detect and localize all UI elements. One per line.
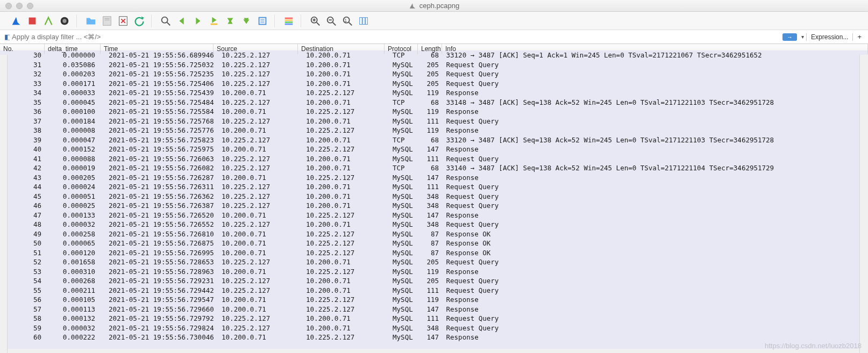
packet-row[interactable]: 490.000258 2021-05-21 19:55:56.726810 10… — [0, 229, 868, 239]
packet-row[interactable]: 390.000047 2021-05-21 19:55:56.725823 10… — [0, 135, 868, 145]
go-to-first-button[interactable] — [224, 15, 237, 27]
packet-row[interactable]: 510.000120 2021-05-21 19:55:56.726995 10… — [0, 248, 868, 258]
watermark: https://blog.csdn.net/luozb2018 — [765, 342, 862, 350]
expression-button[interactable]: Expression... — [806, 33, 853, 41]
packet-row[interactable]: 530.000310 2021-05-21 19:55:56.728963 10… — [0, 267, 868, 277]
packet-row[interactable]: 500.000065 2021-05-21 19:55:56.726875 10… — [0, 239, 868, 248]
stop-capture-button[interactable] — [26, 15, 39, 27]
svg-line-26 — [349, 22, 352, 25]
svg-rect-28 — [360, 17, 362, 24]
open-file-button[interactable] — [84, 15, 97, 27]
packet-row[interactable]: 300.000000 2021-05-21 19:55:56.689946 10… — [0, 51, 868, 60]
add-filter-button[interactable]: + — [853, 33, 866, 41]
packet-row[interactable]: 480.000032 2021-05-21 19:55:56.726552 10… — [0, 220, 868, 229]
svg-rect-0 — [29, 17, 36, 24]
packet-row[interactable]: 370.000184 2021-05-21 19:55:56.725768 10… — [0, 117, 868, 126]
packet-row[interactable]: 550.000211 2021-05-21 19:55:56.729442 10… — [0, 286, 868, 296]
scrollbar[interactable] — [859, 55, 868, 353]
packet-row[interactable]: 420.000019 2021-05-21 19:55:56.726082 10… — [0, 163, 868, 173]
packet-row[interactable]: 520.001658 2021-05-21 19:55:56.728653 10… — [0, 257, 868, 267]
svg-line-23 — [333, 22, 336, 25]
packet-row[interactable]: 400.000152 2021-05-21 19:55:56.725975 10… — [0, 145, 868, 154]
packet-row[interactable]: 600.000222 2021-05-21 19:55:56.730046 10… — [0, 333, 868, 342]
svg-line-8 — [167, 22, 170, 25]
resize-columns-button[interactable] — [357, 15, 370, 27]
packet-row[interactable]: 460.000025 2021-05-21 19:55:56.726387 10… — [0, 201, 868, 211]
packet-row[interactable]: 540.000268 2021-05-21 19:55:56.729231 10… — [0, 276, 868, 286]
svg-rect-17 — [285, 23, 293, 25]
capture-options-button[interactable] — [58, 15, 71, 27]
start-capture-button[interactable] — [10, 15, 23, 27]
go-to-packet-button[interactable] — [208, 15, 220, 27]
packet-row[interactable]: 360.000100 2021-05-21 19:55:56.725584 10… — [0, 107, 868, 117]
packet-row[interactable]: 450.000051 2021-05-21 19:55:56.726362 10… — [0, 192, 868, 201]
main-toolbar: 1 — [0, 12, 868, 30]
svg-rect-16 — [285, 21, 293, 23]
svg-rect-29 — [362, 17, 365, 24]
packet-row[interactable]: 350.000045 2021-05-21 19:55:56.725484 10… — [0, 98, 868, 107]
go-back-button[interactable] — [175, 15, 188, 27]
packet-list[interactable]: 300.000000 2021-05-21 19:55:56.689946 10… — [0, 51, 868, 349]
packet-row[interactable]: 340.000033 2021-05-21 19:55:56.725439 10… — [0, 88, 868, 98]
auto-scroll-button[interactable] — [256, 15, 269, 27]
svg-point-7 — [162, 17, 168, 23]
packet-row[interactable]: 590.000032 2021-05-21 19:55:56.729824 10… — [0, 323, 868, 333]
shark-fin-icon — [409, 2, 416, 10]
svg-rect-30 — [366, 17, 368, 24]
restart-capture-button[interactable] — [42, 15, 55, 27]
packet-row[interactable]: 320.000203 2021-05-21 19:55:56.725235 10… — [0, 69, 868, 79]
zoom-in-button[interactable] — [309, 15, 322, 27]
window-title: ceph.pcapng — [0, 2, 868, 10]
packet-row[interactable]: 580.000132 2021-05-21 19:55:56.729792 10… — [0, 314, 868, 323]
go-forward-button[interactable] — [191, 15, 204, 27]
packet-row[interactable]: 410.000088 2021-05-21 19:55:56.726063 10… — [0, 154, 868, 164]
packet-row[interactable]: 560.000105 2021-05-21 19:55:56.729547 10… — [0, 295, 868, 305]
apply-filter-button[interactable]: → — [782, 33, 797, 41]
svg-rect-14 — [285, 17, 293, 19]
close-file-button[interactable] — [117, 15, 130, 27]
svg-rect-9 — [211, 23, 218, 25]
packet-row[interactable]: 310.035086 2021-05-21 19:55:56.725032 10… — [0, 60, 868, 70]
save-file-button[interactable] — [101, 15, 113, 27]
svg-point-2 — [62, 19, 66, 23]
packet-row[interactable]: 470.000133 2021-05-21 19:55:56.726520 10… — [0, 211, 868, 220]
svg-text:1: 1 — [345, 18, 347, 23]
packet-row[interactable]: 570.000113 2021-05-21 19:55:56.729660 10… — [0, 305, 868, 314]
filter-bar: ◧ → ▾ Expression... + — [0, 30, 868, 44]
title-text: ceph.pcapng — [419, 2, 459, 10]
svg-rect-15 — [285, 19, 293, 21]
display-filter-input[interactable] — [10, 32, 782, 42]
find-packet-button[interactable] — [159, 15, 172, 27]
svg-rect-3 — [103, 16, 111, 25]
go-to-last-button[interactable] — [240, 15, 253, 27]
packet-row[interactable]: 430.000205 2021-05-21 19:55:56.726287 10… — [0, 173, 868, 183]
packet-row[interactable]: 440.000024 2021-05-21 19:55:56.726311 10… — [0, 182, 868, 192]
bookmark-icon[interactable]: ◧ — [2, 33, 10, 41]
zoom-out-button[interactable] — [325, 15, 338, 27]
titlebar: ceph.pcapng — [0, 0, 868, 12]
zoom-reset-button[interactable]: 1 — [341, 15, 354, 27]
reload-file-button[interactable] — [133, 15, 146, 27]
svg-line-19 — [317, 22, 320, 25]
packet-row[interactable]: 380.000008 2021-05-21 19:55:56.725776 10… — [0, 126, 868, 135]
colorize-button[interactable] — [282, 15, 295, 27]
left-gutter — [0, 55, 8, 353]
filter-dropdown[interactable]: ▾ — [799, 34, 806, 40]
packet-row[interactable]: 330.000171 2021-05-21 19:55:56.725406 10… — [0, 79, 868, 89]
